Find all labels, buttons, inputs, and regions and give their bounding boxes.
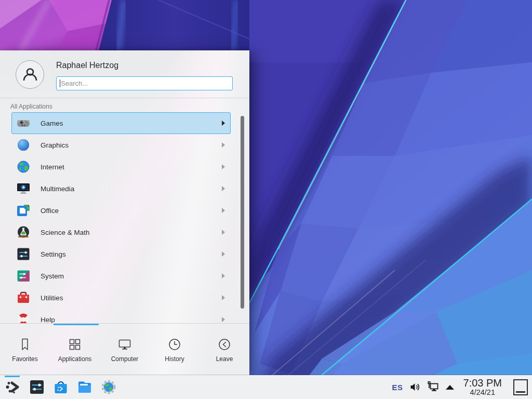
bookmark-icon <box>18 337 32 352</box>
system-settings-icon <box>29 379 45 395</box>
section-label: All Applications <box>0 98 249 112</box>
toolbox-icon <box>17 291 30 304</box>
category-utilities[interactable]: Utilities <box>11 287 231 309</box>
category-science-math[interactable]: Science & Math <box>11 221 231 243</box>
submenu-arrow-icon <box>222 317 225 322</box>
dolphin-task[interactable] <box>76 379 93 396</box>
system-settings-task[interactable] <box>28 379 45 396</box>
application-launcher-menu: Raphael Hertzog Search... All Applicatio… <box>0 50 249 375</box>
globe-icon <box>17 160 30 174</box>
submenu-arrow-icon <box>222 251 225 257</box>
category-list: Games Graphics <box>0 112 249 323</box>
digital-clock[interactable]: 7:03 PM 4/24/21 <box>463 378 502 396</box>
category-games[interactable]: Games <box>11 112 231 134</box>
sliders-icon <box>17 247 30 261</box>
tab-favorites[interactable]: Favorites <box>0 324 50 375</box>
category-graphics[interactable]: Graphics <box>11 134 231 156</box>
desktop: Raphael Hertzog Search... All Applicatio… <box>0 0 532 399</box>
launcher-active-indicator <box>5 376 20 377</box>
category-settings[interactable]: Settings <box>11 243 231 265</box>
taskbar-panel: ES 7:03 PM 4/24/21 <box>0 375 532 399</box>
show-desktop-bar <box>516 391 525 393</box>
tab-leave[interactable]: Leave <box>200 324 249 375</box>
discover-bag-icon <box>53 379 69 395</box>
category-multimedia[interactable]: Multimedia <box>11 178 231 200</box>
browser-globe-gear-icon <box>101 379 116 395</box>
submenu-arrow-icon <box>222 164 225 169</box>
clock-icon <box>167 337 182 352</box>
launcher-header: Raphael Hertzog Search... <box>0 50 249 98</box>
tab-computer[interactable]: Computer <box>100 324 150 375</box>
network-icon[interactable] <box>427 381 440 393</box>
volume-icon[interactable] <box>409 381 421 393</box>
search-input[interactable]: Search... <box>56 76 233 90</box>
submenu-arrow-icon <box>222 142 225 148</box>
submenu-arrow-icon <box>222 121 225 126</box>
system-sliders-icon <box>17 269 30 283</box>
grid-icon <box>68 337 82 352</box>
tab-history[interactable]: History <box>150 324 200 375</box>
user-avatar <box>16 60 44 89</box>
search-placeholder: Search... <box>61 79 88 87</box>
submenu-arrow-icon <box>222 295 225 300</box>
system-tray: ES 7:03 PM 4/24/21 <box>392 375 532 399</box>
category-office[interactable]: Office <box>11 200 231 221</box>
browser-task[interactable] <box>100 379 117 396</box>
expand-tray-caret-icon[interactable] <box>446 385 454 390</box>
flask-icon <box>17 225 30 239</box>
media-monitor-icon <box>17 182 30 195</box>
clock-date: 4/24/21 <box>463 389 502 396</box>
submenu-arrow-icon <box>222 273 225 278</box>
clock-time: 7:03 PM <box>463 378 502 389</box>
dolphin-folder-icon <box>77 379 92 395</box>
leave-circle-icon <box>217 337 232 352</box>
active-tab-indicator <box>54 324 99 325</box>
documents-icon <box>17 204 30 217</box>
category-internet[interactable]: Internet <box>11 156 231 178</box>
kde-kickoff-icon <box>5 379 21 395</box>
monitor-icon <box>117 337 132 352</box>
category-system[interactable]: System <box>11 265 231 287</box>
submenu-arrow-icon <box>222 230 225 235</box>
submenu-arrow-icon <box>222 186 225 191</box>
lifebuoy-icon <box>17 313 30 323</box>
keyboard-layout-indicator[interactable]: ES <box>392 383 403 392</box>
list-scrollbar[interactable] <box>241 116 244 309</box>
category-help[interactable]: Help <box>11 309 231 323</box>
discover-task[interactable] <box>52 379 69 396</box>
user-icon <box>21 66 39 84</box>
gamepad-icon <box>17 116 30 130</box>
app-launcher-button[interactable] <box>4 379 21 396</box>
submenu-arrow-icon <box>222 208 225 213</box>
tab-applications[interactable]: Applications <box>50 324 100 375</box>
show-desktop-button[interactable] <box>513 379 528 395</box>
user-name: Raphael Hertzog <box>56 61 118 70</box>
launcher-tabbar: Favorites Applications Computer <box>0 323 249 375</box>
sphere-icon <box>17 138 30 152</box>
text-caret <box>60 79 60 87</box>
